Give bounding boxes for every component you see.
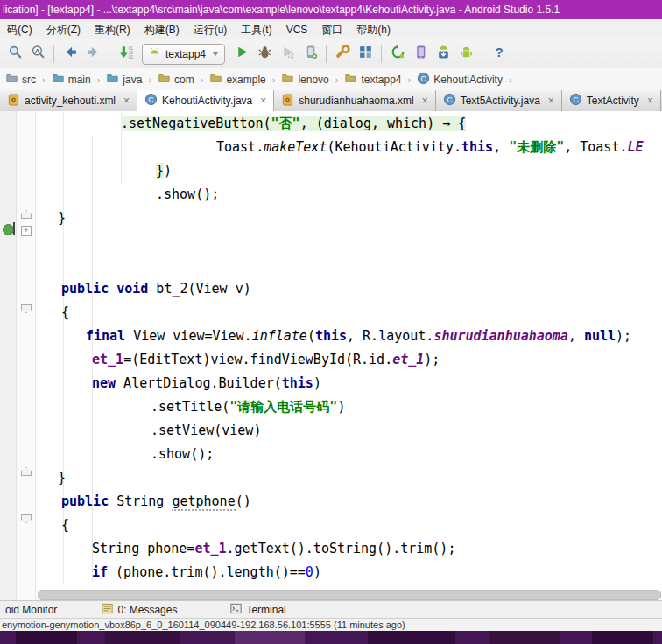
- close-icon[interactable]: ×: [260, 94, 266, 107]
- tab-kehoutiactivity-java[interactable]: CKehoutiActivity.java×: [137, 90, 274, 111]
- run-configuration-label: textapp4: [166, 48, 206, 60]
- toolbar-settings-button[interactable]: [331, 44, 354, 65]
- toolbar-structure-button[interactable]: [354, 44, 377, 65]
- tab-textactivity[interactable]: CTextActivity×: [562, 90, 661, 111]
- toolbar-android-button[interactable]: [454, 44, 477, 65]
- breadcrumb-label: com: [174, 74, 194, 86]
- breadcrumb-label: src: [22, 74, 36, 86]
- toolbar-sync-button[interactable]: [386, 44, 409, 65]
- scrollbar-thumb[interactable]: [38, 590, 661, 600]
- chevron-right-icon: ›: [335, 74, 339, 85]
- tool-window-button-oid-monitor[interactable]: oid Monitor: [0, 604, 62, 616]
- code-line[interactable]: String phone=et_1.getText().toString().t…: [92, 537, 455, 561]
- code-line[interactable]: public void bt_2(View v): [61, 277, 251, 301]
- help-icon: ?: [491, 45, 506, 63]
- menu-item-vcs[interactable]: VCS: [279, 20, 315, 39]
- code-token: , Toast.: [564, 139, 627, 155]
- code-token: ): [313, 375, 321, 391]
- menu-item-[interactable]: 窗口: [314, 20, 349, 39]
- chevron-right-icon: ›: [148, 74, 151, 85]
- debug-icon: [257, 45, 272, 63]
- editor-gutter: [0, 111, 17, 600]
- status-message: enymotion-genymotion_vbox86p_6_0_160114_…: [2, 620, 405, 630]
- tool-window-button-terminal[interactable]: Terminal: [224, 602, 291, 618]
- toolbar-search-button[interactable]: [4, 44, 26, 65]
- status-bar: enymotion-genymotion_vbox86p_6_0_160114_…: [0, 618, 662, 632]
- code-line[interactable]: et_1=(EditText)view.findViewById(R.id.et…: [92, 348, 440, 372]
- messages-icon: [101, 602, 114, 618]
- menu-item-h[interactable]: 帮助(h): [349, 20, 398, 39]
- breadcrumb-item-com[interactable]: com: [156, 72, 196, 87]
- code-token: "未删除": [509, 139, 564, 155]
- code-token: {: [61, 304, 69, 320]
- breadcrumb-item-main[interactable]: main: [50, 72, 93, 87]
- toolbar-search-replace-button[interactable]: A: [26, 44, 49, 65]
- close-icon[interactable]: ×: [548, 94, 554, 107]
- code-line[interactable]: }: [58, 206, 66, 230]
- toolbar-sort-button[interactable]: 011001: [114, 44, 137, 65]
- toolbar-help-button[interactable]: ?: [487, 44, 510, 65]
- code-line[interactable]: {: [61, 514, 69, 537]
- folder-pkg-icon: [158, 72, 171, 87]
- tab-shurudianhuahaoma-xml[interactable]: shurudianhuahaoma.xml×: [274, 90, 435, 111]
- menu-item-z[interactable]: 分析(Z): [39, 20, 88, 39]
- structure-icon: [358, 45, 373, 63]
- code-token: }: [58, 470, 66, 486]
- code-token: .setNegativeButton(: [121, 116, 271, 131]
- code-token: ): [337, 399, 345, 415]
- code-line[interactable]: .setView(view): [151, 419, 261, 443]
- run-configuration-select[interactable]: textapp4: [142, 44, 225, 65]
- toolbar-debug-button[interactable]: [253, 44, 276, 65]
- code-line[interactable]: new AlertDialog.Builder(this): [92, 372, 321, 396]
- tab-label: shurudianhuahaoma.xml: [299, 94, 413, 107]
- android-icon: [459, 45, 474, 63]
- chevron-right-icon: ›: [408, 74, 412, 85]
- close-icon[interactable]: ×: [123, 94, 130, 107]
- code-line[interactable]: Toast.makeText(KehoutiActivity.this, "未删…: [216, 136, 644, 159]
- code-line[interactable]: }): [156, 159, 172, 183]
- menu-item-r[interactable]: 重构(R): [88, 20, 137, 39]
- toolbar-forward-button[interactable]: [81, 44, 104, 65]
- breadcrumb-item-example[interactable]: example: [208, 72, 267, 87]
- code-editor[interactable]: + .setNegativeButton("否", (dialog, which…: [0, 111, 662, 600]
- fold-expand-icon[interactable]: +: [21, 226, 32, 236]
- tab-activity-kehouti-xml[interactable]: activity_kehouti.xml×: [0, 90, 137, 111]
- code-line[interactable]: }: [58, 466, 66, 490]
- svg-text:?: ?: [495, 46, 503, 60]
- menu-item-u[interactable]: 运行(u): [187, 20, 235, 39]
- code-line[interactable]: .show();: [151, 443, 214, 466]
- code-token: AlertDialog.Builder(: [116, 375, 282, 391]
- close-icon[interactable]: ×: [647, 94, 653, 107]
- code-line[interactable]: .show();: [156, 183, 219, 206]
- breadcrumb-item-java[interactable]: java: [104, 72, 144, 87]
- tab-text5activity-java[interactable]: CText5Activity.java×: [436, 90, 562, 111]
- breadcrumb-item-kehoutiactivity[interactable]: CKehoutiActivity: [415, 72, 504, 88]
- code-line[interactable]: if (phone.trim().length()==0): [92, 561, 321, 584]
- menu-item-c[interactable]: 码(C): [0, 20, 39, 39]
- settings-icon: [335, 45, 350, 63]
- close-icon[interactable]: ×: [422, 94, 428, 107]
- toolbar-avd-button[interactable]: [409, 44, 432, 65]
- code-token: this: [282, 375, 313, 391]
- toolbar-coverage-button[interactable]: [276, 44, 299, 65]
- menu-item-b[interactable]: 构建(B): [137, 20, 187, 39]
- code-token: , R.layout.: [347, 328, 433, 344]
- title-bar: lication] - [textapp4] - ...\textapp4\sr…: [0, 0, 662, 19]
- code-line[interactable]: final View view=View.inflate(this, R.lay…: [86, 325, 631, 348]
- tool-window-button-0-messages[interactable]: 0: Messages: [95, 602, 182, 618]
- menu-item-t[interactable]: 工具(t): [234, 20, 278, 39]
- code-line[interactable]: public String getphone(): [61, 490, 251, 514]
- breadcrumb-item-textapp4[interactable]: textapp4: [342, 72, 403, 87]
- code-line[interactable]: .setNegativeButton("否", (dialog, which) …: [121, 112, 466, 136]
- breadcrumb-item-lenovo[interactable]: lenovo: [279, 72, 330, 87]
- toolbar-run-button[interactable]: [230, 44, 253, 65]
- code-line[interactable]: .setTitle("请输入电话号码"): [151, 396, 345, 419]
- toolbar-attach-button[interactable]: [299, 44, 321, 65]
- breadcrumb-item-src[interactable]: src: [4, 72, 38, 87]
- folder-blue-icon: [106, 72, 119, 87]
- toolbar-sdk-button[interactable]: [432, 44, 454, 65]
- code-token: ,: [493, 139, 509, 155]
- code-line[interactable]: {: [61, 301, 69, 325]
- folder-src-icon: [5, 72, 18, 87]
- toolbar-back-button[interactable]: [59, 44, 81, 65]
